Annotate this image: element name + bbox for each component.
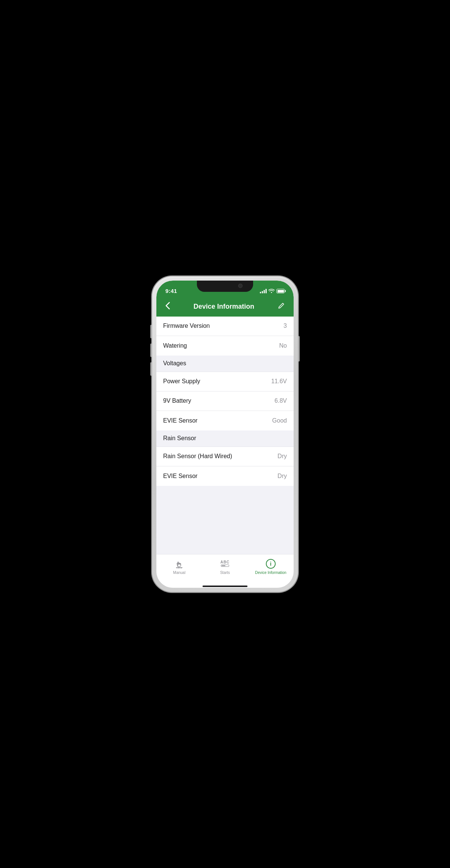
device-info-tab-label: Device Information: [255, 571, 286, 575]
evie-rain-row: EVIE Sensor Dry: [156, 466, 294, 486]
firmware-row: Firmware Version 3: [156, 317, 294, 336]
battery-row: 9V Battery 6.8V: [156, 391, 294, 411]
rain-sensor-hardwired-label: Rain Sensor (Hard Wired): [163, 453, 232, 460]
voltages-header-text: Voltages: [163, 360, 186, 367]
wifi-icon: [268, 288, 274, 294]
rain-sensor-hardwired-value: Dry: [278, 453, 287, 460]
power-supply-value: 11.6V: [271, 378, 287, 385]
watering-label: Watering: [163, 342, 187, 349]
rain-sensor-section: Rain Sensor (Hard Wired) Dry EVIE Sensor…: [156, 447, 294, 486]
content-area: Firmware Version 3 Watering No Voltages …: [156, 317, 294, 554]
battery-icon: [276, 289, 285, 293]
tab-device-information[interactable]: i Device Information: [248, 558, 294, 575]
signal-icon: [260, 289, 267, 293]
battery-value: 6.8V: [274, 397, 287, 404]
home-indicator: [156, 585, 294, 588]
home-bar: [202, 586, 248, 587]
evie-rain-label: EVIE Sensor: [163, 473, 198, 480]
tab-manual[interactable]: Manual: [156, 558, 202, 575]
back-button[interactable]: [164, 300, 171, 313]
starts-icon: ABC: [220, 558, 230, 569]
edit-button[interactable]: [276, 301, 286, 312]
battery-label: 9V Battery: [163, 397, 191, 404]
rain-sensor-header-text: Rain Sensor: [163, 435, 196, 442]
tab-starts[interactable]: ABC Starts: [202, 558, 248, 575]
phone-screen: 9:41: [156, 281, 294, 588]
evie-voltage-row: EVIE Sensor Good: [156, 411, 294, 430]
voltages-header: Voltages: [156, 356, 294, 372]
manual-icon: [174, 558, 184, 569]
power-supply-label: Power Supply: [163, 378, 200, 385]
evie-voltage-label: EVIE Sensor: [163, 417, 198, 424]
page-title: Device Information: [194, 303, 254, 311]
nav-bar: Device Information: [156, 297, 294, 317]
firmware-label: Firmware Version: [163, 323, 210, 329]
evie-rain-value: Dry: [278, 473, 287, 480]
rain-sensor-header: Rain Sensor: [156, 430, 294, 447]
notch-camera: [238, 284, 243, 288]
status-icons: [260, 288, 285, 294]
device-info-icon: i: [266, 558, 276, 569]
firmware-value: 3: [284, 323, 287, 329]
content-spacer: [156, 486, 294, 554]
status-time: 9:41: [165, 288, 177, 294]
starts-tab-label: Starts: [220, 571, 230, 575]
manual-tab-label: Manual: [173, 571, 186, 575]
power-supply-row: Power Supply 11.6V: [156, 372, 294, 391]
voltages-section: Power Supply 11.6V 9V Battery 6.8V EVIE …: [156, 372, 294, 430]
tab-bar: Manual ABC Starts i: [156, 554, 294, 585]
top-section: Firmware Version 3 Watering No: [156, 317, 294, 356]
notch: [197, 281, 253, 292]
watering-row: Watering No: [156, 336, 294, 356]
watering-value: No: [279, 342, 287, 349]
rain-sensor-hardwired-row: Rain Sensor (Hard Wired) Dry: [156, 447, 294, 466]
phone-frame: 9:41: [152, 276, 298, 592]
evie-voltage-value: Good: [272, 417, 287, 424]
